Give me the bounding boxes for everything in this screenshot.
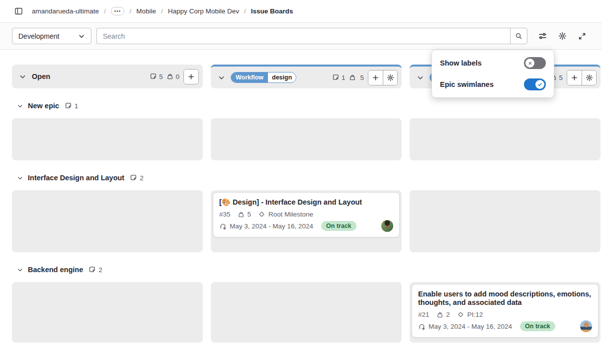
column-header-workflow-design: Workflow design 1 5 [211, 65, 402, 88]
board-cell-empty[interactable] [12, 118, 203, 160]
weight-icon [167, 73, 173, 80]
breadcrumb-current-page: Issue Boards [251, 7, 293, 15]
chevron-down-icon [417, 74, 424, 81]
swimlane-interface-design: Interface Design and Layout 2 [🎨 Design]… [12, 174, 590, 252]
check-icon [537, 81, 543, 87]
breadcrumb-separator: / [129, 7, 131, 15]
swimlane-header: New epic 1 [16, 102, 590, 110]
breadcrumb-ellipsis-button[interactable]: ••• [111, 7, 125, 15]
plus-icon [187, 73, 195, 80]
show-labels-toggle[interactable] [524, 57, 546, 69]
issue-card-mood[interactable]: Enable users to add mood descriptions, e… [412, 284, 599, 338]
collapse-column-button[interactable] [17, 71, 28, 82]
board-cell-empty[interactable] [410, 118, 601, 160]
sliders-icon [538, 32, 547, 40]
assignee-avatar[interactable] [580, 320, 592, 332]
epic-swimlanes-row: Epic swimlanes [440, 78, 546, 90]
epic-swimlanes-toggle[interactable] [524, 78, 546, 90]
sidebar-toggle-icon[interactable] [12, 5, 25, 18]
add-issue-button[interactable] [368, 71, 383, 85]
chevron-down-icon [17, 103, 23, 109]
collapse-swimlane-button[interactable] [16, 102, 24, 110]
milestone-icon [258, 211, 265, 218]
issue-reference: #21 [418, 311, 430, 318]
issue-title: [🎨 Design] - Interface Design and Layout [219, 198, 393, 207]
breadcrumb-subgroup[interactable]: Mobile [136, 7, 156, 15]
chevron-down-icon [78, 33, 85, 40]
issue-milestone: Root Milestone [258, 211, 313, 218]
boards-toolbar: Development [0, 23, 602, 50]
epic-icon [130, 174, 137, 181]
swimlane-new-epic: New epic 1 [12, 102, 590, 160]
board-cell: [🎨 Design] - Interface Design and Layout… [211, 190, 402, 252]
board-cell-empty[interactable] [211, 118, 402, 160]
gear-icon [387, 74, 394, 81]
show-labels-row: Show labels [440, 57, 546, 69]
health-status-badge: On track [520, 321, 555, 331]
issue-iteration-dates: May 3, 2024 - May 16, 2024 [418, 323, 512, 330]
breadcrumb-separator: / [104, 7, 106, 15]
iteration-icon [418, 323, 426, 330]
chevron-down-icon [17, 267, 23, 273]
breadcrumb-project[interactable]: Happy Corp Mobile Dev [168, 7, 239, 15]
swimlane-backend-engine: Backend engine 2 Enable users to add moo… [12, 266, 590, 343]
board-cell-empty[interactable] [12, 282, 203, 343]
board-cell-empty[interactable] [211, 282, 402, 343]
board-search [96, 28, 527, 44]
column-weight-count: 5 [349, 74, 364, 81]
board-cell-empty[interactable] [410, 190, 601, 252]
issue-meta-row: May 3, 2024 - May 16, 2024 On track [219, 220, 393, 232]
epic-icon [89, 266, 96, 273]
health-status-badge: On track [321, 221, 356, 231]
show-labels-label: Show labels [440, 59, 482, 67]
breadcrumb: amandarueda-ultimate / ••• / Mobile / Ha… [32, 7, 293, 15]
fullscreen-button[interactable] [574, 28, 590, 44]
collapse-column-button[interactable] [216, 72, 227, 83]
chevron-down-icon [19, 73, 26, 80]
board-config-popover: Show labels Epic swimlanes [431, 50, 554, 98]
search-button[interactable] [510, 28, 527, 44]
issue-reference: #35 [219, 211, 231, 218]
board-switcher-label: Development [18, 32, 60, 40]
column-title: Open [32, 73, 50, 80]
issue-card-design[interactable]: [🎨 Design] - Interface Design and Layout… [213, 192, 400, 237]
swimlane-row: [🎨 Design] - Interface Design and Layout… [12, 190, 590, 252]
swimlane-title: Interface Design and Layout [28, 174, 124, 182]
chevron-down-icon [17, 175, 23, 181]
x-icon [527, 61, 533, 66]
column-label[interactable]: Workflow design [231, 72, 296, 83]
column-actions [183, 69, 199, 84]
issues-icon [150, 73, 157, 80]
board-settings-button[interactable] [554, 28, 570, 44]
gear-icon [558, 32, 567, 40]
issue-weight: 2 [436, 311, 450, 318]
assignee-avatar[interactable] [381, 220, 393, 232]
column-issue-count: 1 [333, 74, 345, 81]
search-icon [515, 32, 522, 40]
collapse-swimlane-button[interactable] [16, 174, 24, 182]
swimlane-issue-count: 1 [65, 102, 79, 110]
issue-meta-row: #21 2 PI:12 [418, 311, 592, 318]
issue-milestone: PI:12 [457, 311, 483, 318]
board-switcher-dropdown[interactable]: Development [12, 28, 91, 44]
list-settings-button[interactable] [383, 71, 397, 85]
board-config-button[interactable] [534, 28, 550, 44]
issue-meta-row: May 3, 2024 - May 16, 2024 On track [418, 320, 592, 332]
search-input[interactable] [96, 28, 510, 44]
plus-icon [372, 74, 379, 81]
list-settings-button[interactable] [582, 71, 596, 85]
swimlane-header: Backend engine 2 [16, 266, 590, 274]
board-cell-empty[interactable] [12, 190, 203, 252]
swimlane-header: Interface Design and Layout 2 [16, 174, 590, 182]
breadcrumb-group[interactable]: amandarueda-ultimate [32, 7, 99, 15]
add-issue-button[interactable] [567, 71, 582, 85]
chevron-down-icon [218, 74, 225, 81]
issues-icon [333, 74, 340, 81]
add-issue-button[interactable] [184, 70, 198, 84]
gear-icon [586, 74, 593, 81]
collapse-swimlane-button[interactable] [16, 266, 24, 274]
collapse-column-button[interactable] [415, 72, 426, 83]
iteration-icon [219, 222, 227, 230]
breadcrumb-separator: / [244, 7, 246, 15]
issue-meta-row: #35 5 Root Milestone [219, 211, 393, 218]
